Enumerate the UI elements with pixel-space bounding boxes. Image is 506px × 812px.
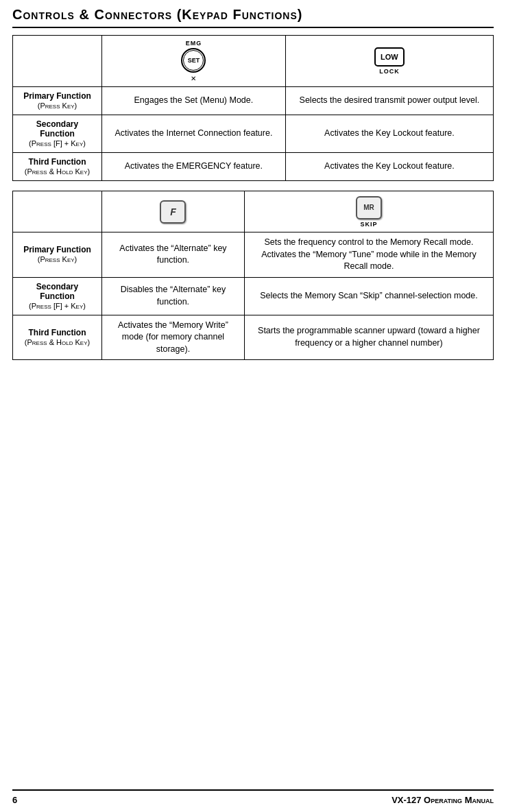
table-1: EMG SET ✕ LOW LOCK Primary Function (Pre… (12, 35, 494, 181)
page-footer: 6 VX-127 Operating Manual (12, 789, 494, 805)
emg-label: EMG (186, 40, 202, 47)
row-col1-secondary-1: Activates the Internet Connection featur… (102, 115, 286, 153)
f-key-icon: F (160, 200, 186, 224)
set-key-inner: SET (183, 50, 204, 71)
row-col1-third-1: Activates the EMERGENCY feature. (102, 153, 286, 181)
lock-key-cell: LOW LOCK (285, 36, 493, 87)
table-row: Secondary Function (Press [F] + Key) Act… (13, 115, 494, 153)
mr-key-icon: MR (356, 196, 382, 219)
lock-label: LOCK (379, 68, 400, 75)
mr-key-cell: MR SKIP (244, 191, 493, 232)
footer-page-number: 6 (12, 795, 17, 805)
f-key-cell: F (102, 191, 245, 232)
row-col2-secondary-1: Activates the Key Lockout feature. (285, 115, 493, 153)
set-key-icon: SET (181, 48, 206, 73)
row-col1-primary-1: Engages the Set (Menu) Mode. (102, 87, 286, 115)
table-2: F MR SKIP Primary Function (Press Key) A… (12, 191, 494, 360)
key-icon-row-1: EMG SET ✕ LOW LOCK (13, 36, 494, 87)
table-row: Primary Function (Press Key) Activates t… (13, 232, 494, 278)
row-col2-third-2: Starts the programmable scanner upward (… (244, 315, 493, 360)
row-col1-third-2: Activates the “Memory Write” mode (for m… (102, 315, 245, 360)
row-label-third-1: Third Function (Press & Hold Key) (13, 153, 102, 181)
low-key-icon: LOW (374, 47, 405, 67)
row-col1-primary-2: Activates the “Alternate” key function. (102, 232, 245, 278)
row-label-secondary-1: Secondary Function (Press [F] + Key) (13, 115, 102, 153)
table-row: Third Function (Press & Hold Key) Activa… (13, 153, 494, 181)
table-row: Primary Function (Press Key) Engages the… (13, 87, 494, 115)
key-icon-row-2: F MR SKIP (13, 191, 494, 232)
table-row: Third Function (Press & Hold Key) Activa… (13, 315, 494, 360)
table-row: Secondary Function (Press [F] + Key) Dis… (13, 277, 494, 315)
row-col2-third-1: Activates the Key Lockout feature. (285, 153, 493, 181)
row-col2-secondary-2: Selects the Memory Scan “Skip” channel-s… (244, 277, 493, 315)
row-label-primary-1: Primary Function (Press Key) (13, 87, 102, 115)
row-label-secondary-2: Secondary Function (Press [F] + Key) (13, 277, 102, 315)
page-title: Controls & Connectors (Keypad Functions) (12, 7, 494, 28)
row-col2-primary-2: Sets the frequency control to the Memory… (244, 232, 493, 278)
row-col1-secondary-2: Disables the “Alternate” key function. (102, 277, 245, 315)
x-mark: ✕ (191, 75, 196, 82)
footer-manual-title: VX-127 Operating Manual (391, 795, 494, 805)
row-col2-primary-1: Selects the desired transmit power outpu… (285, 87, 493, 115)
row-label-primary-2: Primary Function (Press Key) (13, 232, 102, 278)
skip-label: SKIP (360, 221, 377, 228)
set-key-cell: EMG SET ✕ (102, 36, 286, 87)
row-label-third-2: Third Function (Press & Hold Key) (13, 315, 102, 360)
